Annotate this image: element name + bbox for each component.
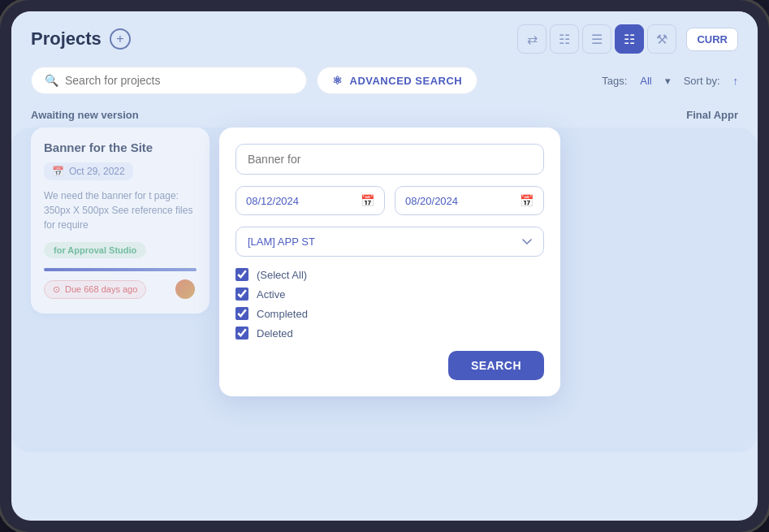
calendar-to-icon: 📅 [520, 194, 534, 207]
search-icon: 🔍 [45, 74, 58, 87]
adv-date-row: 📅 📅 [235, 186, 544, 215]
sort-icon[interactable]: ↑ [733, 75, 739, 87]
checkbox-deleted[interactable]: Deleted [235, 327, 544, 340]
header-left: Projects + [31, 28, 131, 50]
search-input[interactable] [65, 74, 293, 87]
checkbox-select-all[interactable]: (Select All) [235, 268, 544, 281]
adv-dropdown[interactable]: [LAM] APP ST Option 2 Option 3 [235, 227, 544, 257]
view-table-btn[interactable]: ☷ [615, 24, 644, 54]
adv-footer: SEARCH [235, 351, 544, 380]
view-columns-btn[interactable]: ⇄ [517, 24, 547, 54]
checkbox-active-label: Active [257, 288, 285, 301]
checkbox-completed[interactable]: Completed [235, 307, 544, 320]
checkbox-deleted-input[interactable] [235, 327, 248, 340]
search-bar-area: 🔍 ⚛ ADVANCED SEARCH Tags: All ▾ Sort by:… [11, 60, 758, 101]
view-toggle-group: ⇄ ☷ ☰ ☷ ⚒ CURR [517, 24, 738, 54]
filter-icon: ⚛ [332, 74, 343, 87]
advanced-search-label: ADVANCED SEARCH [350, 75, 463, 87]
tags-sort-area: Tags: All ▾ Sort by: ↑ [602, 75, 738, 87]
adv-date-from-input[interactable] [246, 195, 354, 207]
view-list-btn[interactable]: ☰ [582, 24, 611, 54]
checkbox-select-all-input[interactable] [235, 268, 248, 281]
adv-title-input[interactable] [235, 144, 544, 175]
view-grid-btn[interactable]: ☷ [550, 24, 579, 54]
advanced-search-popup: 📅 📅 [LAM] APP ST Option 2 Option 3 ( [219, 128, 560, 396]
tags-value[interactable]: All [640, 75, 651, 87]
tags-label: Tags: [602, 75, 627, 87]
status-final: Final Appr [686, 106, 738, 124]
add-project-button[interactable]: + [110, 28, 131, 50]
adv-date-to-input[interactable] [405, 195, 513, 207]
header: Projects + ⇄ ☷ ☰ ☷ ⚒ CURR [11, 11, 758, 60]
sort-label: Sort by: [684, 75, 720, 87]
checkbox-completed-label: Completed [257, 308, 308, 320]
checkbox-select-all-label: (Select All) [257, 269, 307, 281]
checkbox-completed-input[interactable] [235, 307, 248, 320]
page-title: Projects [31, 28, 102, 50]
status-awaiting: Awaiting new version [31, 106, 139, 124]
calendar-from-icon: 📅 [361, 194, 374, 207]
search-input-wrap: 🔍 [31, 67, 307, 94]
curr-button[interactable]: CURR [686, 28, 738, 51]
checkbox-deleted-label: Deleted [257, 327, 293, 340]
adv-date-from-field: 📅 [235, 186, 385, 215]
view-tree-btn[interactable]: ⚒ [647, 24, 676, 54]
adv-date-to-field: 📅 [395, 186, 544, 215]
checkbox-active-input[interactable] [235, 288, 248, 301]
advanced-search-button[interactable]: ⚛ ADVANCED SEARCH [317, 67, 477, 94]
checkbox-list: (Select All) Active Completed Deleted [235, 268, 544, 340]
checkbox-active[interactable]: Active [235, 288, 544, 301]
adv-search-button[interactable]: SEARCH [448, 351, 544, 380]
